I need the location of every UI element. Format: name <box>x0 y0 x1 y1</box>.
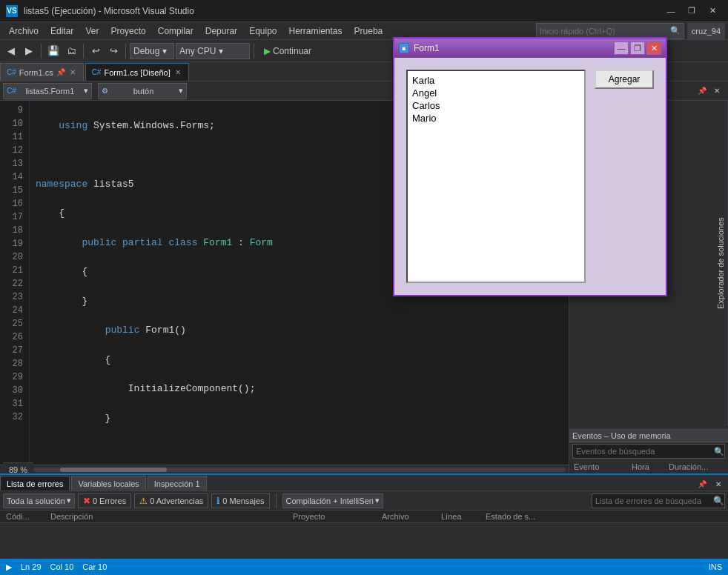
search-icon: 🔍 <box>670 26 681 36</box>
form1-minimize[interactable]: — <box>614 41 629 55</box>
bottom-panel-controls: 📌 ✕ <box>692 477 728 491</box>
close-button[interactable]: ✕ <box>703 3 722 19</box>
list-item-1[interactable]: Karla <box>411 74 581 87</box>
code-line-16: public Form1() <box>36 323 563 338</box>
sep3 <box>125 44 126 59</box>
errors-badge[interactable]: ✖ 0 Errores <box>78 493 131 508</box>
save-all-button[interactable]: 🗂 <box>63 43 79 59</box>
cpu-dropdown[interactable]: Any CPU ▾ <box>176 43 250 59</box>
list-item-3[interactable]: Carlos <box>411 99 581 112</box>
sep-filter <box>276 493 277 508</box>
continue-button[interactable]: ▶ Continuar <box>258 43 317 59</box>
menu-ver[interactable]: Ver <box>79 23 105 39</box>
code-line-20 <box>36 440 563 455</box>
tab-variables-locales[interactable]: Variables locales <box>71 476 145 491</box>
form1-window: ■ Form1 — ❐ ✕ Karla Angel Carlos Mario A… <box>393 37 667 296</box>
bottom-tab-bar: Lista de errores Variables locales Inspe… <box>0 475 728 491</box>
form1-close[interactable]: ✕ <box>646 41 661 55</box>
menu-depurar[interactable]: Depurar <box>199 23 243 39</box>
status-ln: Ln 29 <box>21 562 42 571</box>
col-codigo: Códi... <box>3 512 47 521</box>
editor-scrollbar[interactable]: 89 % <box>0 465 569 473</box>
chevron-down-icon2: ▾ <box>219 46 223 56</box>
vs-logo: VS <box>6 5 18 17</box>
tab-inspeccion[interactable]: Inspección 1 <box>148 476 207 491</box>
scope-dropdown[interactable]: Toda la solución ▾ <box>3 493 75 508</box>
class-label: listas5.Form1 <box>25 87 74 96</box>
save-button[interactable]: 💾 <box>45 43 62 59</box>
menu-prueba[interactable]: Prueba <box>348 23 389 39</box>
form1-restore[interactable]: ❐ <box>630 41 645 55</box>
events-area: Eventos – Uso de memoria 🔍 Evento Hora D… <box>569 429 728 473</box>
debug-config-label: Debug <box>133 46 159 56</box>
menu-equipo[interactable]: Equipo <box>243 23 282 39</box>
menu-compilar[interactable]: Compilar <box>152 23 199 39</box>
menu-editar[interactable]: Editar <box>44 23 79 39</box>
forward-button[interactable]: ▶ <box>21 43 37 59</box>
sep1 <box>41 44 42 59</box>
user-name: cruz_94 <box>692 27 721 36</box>
filter-dropdown[interactable]: Compilación + IntelliSen ▾ <box>282 493 383 508</box>
menu-proyecto[interactable]: Proyecto <box>105 23 151 39</box>
tab-close-1[interactable]: ✕ <box>68 68 77 76</box>
class-icon: C# <box>7 87 16 95</box>
title-bar: VS listas5 (Ejecución) - Microsoft Visua… <box>0 0 728 22</box>
vs-bottom: Lista de errores Variables locales Inspe… <box>0 473 728 559</box>
status-ins: INS <box>709 562 722 571</box>
chevron-scope: ▾ <box>67 496 71 505</box>
list-item-2[interactable]: Angel <box>411 87 581 99</box>
close-bottom-button[interactable]: ✕ <box>712 477 725 491</box>
tab-icon2: C# <box>92 68 102 76</box>
col-proyecto: Proyecto <box>290 512 379 521</box>
menu-archivo[interactable]: Archivo <box>3 23 44 39</box>
messages-badge[interactable]: ℹ 0 Mensajes <box>211 493 269 508</box>
menu-herramientas[interactable]: Herramientas <box>283 23 348 39</box>
tab-icon: C# <box>7 68 16 76</box>
errors-search[interactable]: 🔍 <box>592 493 725 508</box>
scrollbar-track[interactable] <box>33 468 566 472</box>
warnings-badge[interactable]: ⚠ 0 Advertencias <box>134 493 208 508</box>
duracion-col: Duración... <box>667 462 725 472</box>
debug-config-dropdown[interactable]: Debug ▾ <box>130 43 174 59</box>
agregar-button[interactable]: Agregar <box>595 70 654 89</box>
errors-search-input[interactable] <box>592 496 713 505</box>
explorer-label: Explorador de soluciones <box>713 101 728 426</box>
quick-search-input[interactable] <box>540 27 667 36</box>
zoom-area: 89 % <box>3 462 33 474</box>
form1-titlebar: ■ Form1 — ❐ ✕ <box>394 39 666 58</box>
info-icon: ℹ <box>216 496 220 506</box>
continue-label: Continuar <box>273 46 311 56</box>
chevron-icon: ▾ <box>84 86 88 96</box>
form1-listbox[interactable]: Karla Angel Carlos Mario <box>406 70 586 283</box>
list-item-4[interactable]: Mario <box>411 112 581 124</box>
member-dropdown[interactable]: ⚙ butón ▾ <box>98 83 187 99</box>
errors-table-header: Códi... Descripción Proyecto Archivo Lín… <box>0 511 728 523</box>
chevron-down-icon: ▾ <box>162 46 167 56</box>
restore-button[interactable]: ❐ <box>682 3 701 19</box>
tab-form1cs[interactable]: C# Form1.cs 📌 ✕ <box>0 63 84 81</box>
close-panel-button[interactable]: ✕ <box>710 84 724 98</box>
errors-toolbar: Toda la solución ▾ ✖ 0 Errores ⚠ 0 Adver… <box>0 491 728 511</box>
pin-panel-button[interactable]: 📌 <box>695 84 709 98</box>
tab-close-2[interactable]: ✕ <box>173 68 182 76</box>
form1-icon: ■ <box>399 43 409 53</box>
col-linea: Línea <box>438 512 483 521</box>
pin-bottom-button[interactable]: 📌 <box>695 477 709 491</box>
messages-label: 0 Mensajes <box>222 496 264 505</box>
minimize-button[interactable]: — <box>661 3 681 19</box>
undo-button[interactable]: ↩ <box>87 43 104 59</box>
tab-form1cs-design[interactable]: C# Form1.cs [Diseño] ✕ <box>85 63 189 81</box>
code-line-17: { <box>36 353 563 368</box>
pin-icon[interactable]: 📌 <box>56 68 65 76</box>
events-search[interactable]: 🔍 <box>572 444 725 459</box>
redo-button[interactable]: ↪ <box>105 43 122 59</box>
tab-lista-errores[interactable]: Lista de errores <box>0 476 70 491</box>
member-label: butón <box>133 87 154 96</box>
errors-label: 0 Errores <box>93 496 126 505</box>
form1-title: Form1 <box>414 43 614 53</box>
events-search-input[interactable] <box>573 447 714 456</box>
scrollbar-thumb[interactable] <box>60 468 167 472</box>
events-cols: Evento Hora Duración... <box>569 460 728 473</box>
class-dropdown[interactable]: C# listas5.Form1 ▾ <box>3 83 92 99</box>
back-button[interactable]: ◀ <box>3 43 19 59</box>
